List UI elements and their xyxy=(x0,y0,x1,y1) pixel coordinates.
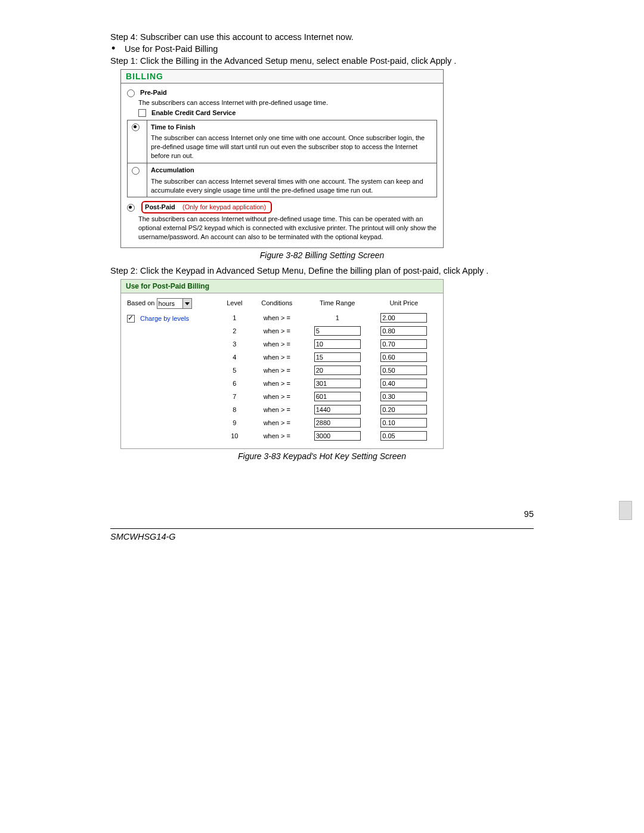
accumulation-desc: The subscriber can access Internet sever… xyxy=(151,177,433,195)
postpaid-highlight: Post-Paid (Only for keypad application) xyxy=(141,201,272,213)
accumulation-title: Accumulation xyxy=(151,166,433,175)
model-name: SMCWHSG14-G xyxy=(110,532,176,541)
unitprice-cell xyxy=(370,403,437,416)
condition-cell: when > = xyxy=(250,324,304,337)
time-to-finish-radio[interactable] xyxy=(132,123,140,131)
timerange-cell xyxy=(304,390,371,403)
timerange-input[interactable] xyxy=(314,366,361,375)
timerange-input[interactable] xyxy=(314,326,361,336)
charge-by-levels-checkbox[interactable] xyxy=(127,315,135,323)
billing-header: BILLING xyxy=(121,70,443,83)
prepaid-desc: The subscribers can access Internet with… xyxy=(138,98,437,107)
scrollbar-stub[interactable] xyxy=(619,501,632,520)
col-conditions: Conditions xyxy=(250,298,304,311)
unitprice-cell xyxy=(370,364,437,377)
postpaid-desc: The subscribers can access Internet with… xyxy=(138,215,437,241)
billing-panel: BILLING Pre-Paid The subscribers can acc… xyxy=(120,69,444,248)
level-cell: 10 xyxy=(219,429,250,442)
bullet-postpaid: Use for Post-Paid Billing xyxy=(125,44,218,54)
keypad-panel: Use for Post-Paid Billing Based on hours… xyxy=(120,279,444,449)
level-row: 10when > = xyxy=(219,429,437,442)
unitprice-input[interactable] xyxy=(380,418,427,428)
condition-cell: when > = xyxy=(250,337,304,351)
unitprice-cell xyxy=(370,311,437,324)
level-row: 5when > = xyxy=(219,364,437,377)
unitprice-cell xyxy=(370,337,437,351)
unitprice-input[interactable] xyxy=(380,339,427,349)
levels-table: Level Conditions Time Range Unit Price 1… xyxy=(219,298,437,442)
timerange-input[interactable] xyxy=(314,379,361,388)
unitprice-input[interactable] xyxy=(380,313,427,323)
page-number: 95 xyxy=(524,509,534,519)
timerange-cell xyxy=(304,416,371,429)
timerange-input[interactable] xyxy=(314,392,361,401)
unitprice-input[interactable] xyxy=(380,431,427,441)
accumulation-radio[interactable] xyxy=(132,167,140,175)
step4-text: Step 4: Subscriber can use this account … xyxy=(110,32,534,42)
condition-cell: when > = xyxy=(250,311,304,324)
level-row: 8when > = xyxy=(219,403,437,416)
timerange-cell xyxy=(304,324,371,337)
condition-cell: when > = xyxy=(250,403,304,416)
step1-text: Step 1: Click the Billing in the Advance… xyxy=(110,56,534,66)
condition-cell: when > = xyxy=(250,429,304,442)
level-cell: 1 xyxy=(219,311,250,324)
enable-cc-checkbox[interactable] xyxy=(138,109,146,117)
based-on-select[interactable]: hours xyxy=(157,298,192,309)
enable-cc-label: Enable Credit Card Service xyxy=(151,109,236,116)
condition-cell: when > = xyxy=(250,377,304,390)
step2-text: Step 2: Click the Keypad in Advanced Set… xyxy=(110,266,534,275)
timerange-input[interactable] xyxy=(314,339,361,349)
unitprice-cell xyxy=(370,324,437,337)
unitprice-cell xyxy=(370,377,437,390)
unitprice-input[interactable] xyxy=(380,392,427,401)
unitprice-cell xyxy=(370,390,437,403)
condition-cell: when > = xyxy=(250,416,304,429)
time-to-finish-desc: The subscriber can access Internet only … xyxy=(151,134,433,160)
col-unitprice: Unit Price xyxy=(370,298,437,311)
unitprice-cell xyxy=(370,429,437,442)
postpaid-label: Post-Paid xyxy=(145,203,175,210)
based-on-label: Based on xyxy=(127,299,154,306)
condition-cell: when > = xyxy=(250,364,304,377)
timerange-cell xyxy=(304,377,371,390)
timerange-cell xyxy=(304,364,371,377)
footer-separator xyxy=(110,528,534,529)
level-cell: 6 xyxy=(219,377,250,390)
figure-3-83-caption: Figure 3-83 Keypad's Hot Key Setting Scr… xyxy=(110,451,534,461)
level-cell: 3 xyxy=(219,337,250,351)
level-row: 2when > = xyxy=(219,324,437,337)
keypad-header: Use for Post-Paid Billing xyxy=(121,280,443,293)
level-cell: 7 xyxy=(219,390,250,403)
unitprice-input[interactable] xyxy=(380,352,427,362)
timerange-input[interactable] xyxy=(314,405,361,414)
charge-by-levels-label: Charge by levels xyxy=(140,315,189,322)
level-cell: 9 xyxy=(219,416,250,429)
timerange-input[interactable] xyxy=(314,431,361,441)
level-row: 1when > =1 xyxy=(219,311,437,324)
condition-cell: when > = xyxy=(250,390,304,403)
timerange-input[interactable] xyxy=(314,418,361,428)
col-timerange: Time Range xyxy=(304,298,371,311)
unitprice-input[interactable] xyxy=(380,326,427,336)
level-cell: 4 xyxy=(219,351,250,364)
bullet-icon: • xyxy=(112,44,122,52)
level-row: 9when > = xyxy=(219,416,437,429)
unitprice-cell xyxy=(370,416,437,429)
unitprice-input[interactable] xyxy=(380,366,427,375)
postpaid-note: (Only for keypad application) xyxy=(182,203,266,210)
unitprice-input[interactable] xyxy=(380,405,427,414)
figure-3-82-caption: Figure 3-82 Billing Setting Screen xyxy=(110,250,534,260)
timerange-input[interactable] xyxy=(314,352,361,362)
level-row: 3when > = xyxy=(219,337,437,351)
timerange-cell xyxy=(304,337,371,351)
postpaid-radio[interactable] xyxy=(127,204,135,212)
prepaid-label: Pre-Paid xyxy=(140,89,167,96)
unitprice-input[interactable] xyxy=(380,379,427,388)
level-cell: 2 xyxy=(219,324,250,337)
level-cell: 8 xyxy=(219,403,250,416)
prepaid-radio[interactable] xyxy=(127,89,135,97)
prepaid-options-table: Time to Finish The subscriber can access… xyxy=(127,120,437,198)
level-row: 7when > = xyxy=(219,390,437,403)
level-row: 6when > = xyxy=(219,377,437,390)
